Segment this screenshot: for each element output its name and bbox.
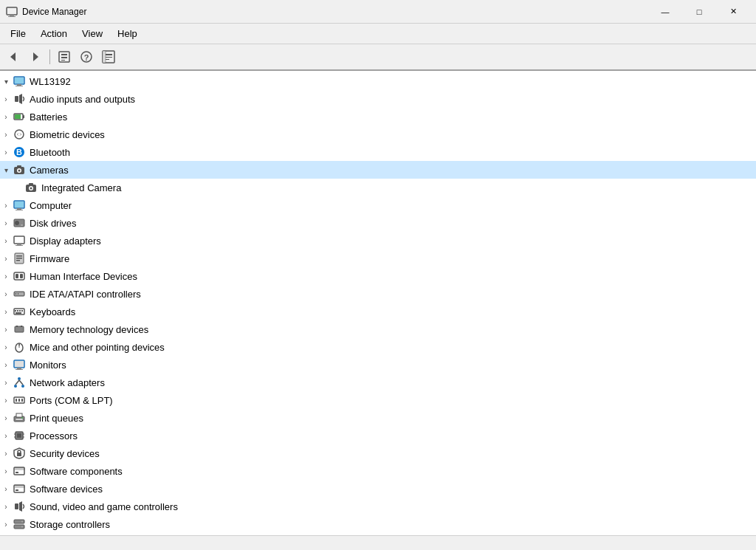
arrow-software-devices[interactable]: ›: [0, 480, 12, 498]
arrow-software-components[interactable]: ›: [0, 462, 12, 480]
item-wrapper-keyboards: › Keyboards: [0, 303, 756, 320]
svg-rect-23: [15, 114, 21, 119]
label-disk-drives: Disk drives: [30, 218, 77, 229]
root-expand-arrow[interactable]: ▾: [0, 72, 12, 90]
arrow-bluetooth[interactable]: ›: [0, 143, 12, 161]
tree-item-integrated-camera[interactable]: Integrated Camera: [0, 179, 756, 196]
tree-item-disk-drives[interactable]: › Disk drives: [0, 214, 756, 232]
svg-rect-39: [15, 202, 24, 207]
tree-item-memory-tech[interactable]: › Memory technology devices: [0, 320, 756, 338]
label-monitors: Monitors: [30, 360, 66, 371]
tree-item-display-adapters[interactable]: › Display adapters: [0, 232, 756, 250]
icon-software-devices: [12, 481, 27, 496]
svg-rect-87: [17, 433, 21, 438]
close-button[interactable]: ✕: [716, 0, 750, 24]
properties-button[interactable]: [54, 47, 75, 66]
root-label: WL13192: [30, 76, 71, 87]
label-bluetooth: Bluetooth: [30, 147, 70, 158]
tree-item-sound-video[interactable]: › Sound, video and game controllers: [0, 498, 756, 515]
label-sound-video: Sound, video and game controllers: [30, 501, 178, 512]
arrow-sound-video[interactable]: ›: [0, 498, 12, 515]
detail-button[interactable]: [98, 47, 119, 66]
arrow-monitors[interactable]: ›: [0, 356, 12, 374]
tree-item-bluetooth[interactable]: › B Bluetooth: [0, 143, 756, 161]
arrow-ide[interactable]: ›: [0, 285, 12, 303]
svg-point-34: [30, 188, 32, 190]
menu-help[interactable]: Help: [110, 25, 145, 42]
tree-item-software-devices[interactable]: › Software devices: [0, 480, 756, 498]
icon-network: [12, 375, 27, 390]
svg-point-68: [18, 344, 20, 346]
svg-rect-80: [18, 399, 20, 402]
icon-ports: [12, 393, 27, 408]
label-firmware: Firmware: [30, 253, 69, 264]
app-icon: [6, 6, 18, 18]
arrow-memory-tech[interactable]: ›: [0, 320, 12, 338]
arrow-print-queues[interactable]: ›: [0, 409, 12, 427]
svg-rect-95: [15, 467, 25, 470]
icon-ide: [12, 286, 27, 301]
back-button[interactable]: [3, 47, 24, 66]
tree-item-biometric[interactable]: › Biometric devices: [0, 126, 756, 143]
tree-item-audio[interactable]: › Audio inputs and outputs: [0, 90, 756, 108]
item-wrapper-mice: › Mice and other pointing devices: [0, 338, 756, 356]
tree-item-storage-controllers[interactable]: › Storage controllers: [0, 515, 756, 533]
tree-root[interactable]: ▾ WL13192: [0, 72, 756, 90]
label-integrated-camera: Integrated Camera: [41, 182, 121, 193]
tree-item-keyboards[interactable]: › Keyboards: [0, 303, 756, 320]
svg-rect-79: [16, 399, 17, 402]
arrow-network[interactable]: ›: [0, 374, 12, 391]
svg-point-93: [18, 450, 21, 453]
arrow-firmware[interactable]: ›: [0, 250, 12, 267]
arrow-batteries[interactable]: ›: [0, 108, 12, 126]
tree-item-software-components[interactable]: › Software components: [0, 462, 756, 480]
icon-mice: [12, 340, 27, 354]
tree-item-computer[interactable]: › Computer: [0, 196, 756, 214]
svg-rect-71: [16, 369, 23, 370]
icon-computer: [12, 198, 27, 213]
menu-file[interactable]: File: [3, 25, 33, 42]
tree-item-print-queues[interactable]: › Print queues: [0, 409, 756, 427]
arrow-ports[interactable]: ›: [0, 391, 12, 409]
arrow-hid[interactable]: ›: [0, 267, 12, 285]
help-button[interactable]: ?: [76, 47, 97, 66]
svg-rect-51: [16, 274, 18, 278]
svg-rect-42: [21, 224, 23, 226]
arrow-security[interactable]: ›: [0, 444, 12, 462]
menu-view[interactable]: View: [75, 25, 110, 42]
arrow-disk-drives[interactable]: ›: [0, 214, 12, 232]
svg-rect-8: [61, 60, 65, 61]
arrow-audio[interactable]: ›: [0, 90, 12, 108]
tree-item-firmware[interactable]: › Firmware: [0, 250, 756, 267]
device-tree[interactable]: ▾ WL13192 › Audio inputs and outputs › B…: [0, 71, 756, 535]
svg-rect-1: [10, 15, 14, 16]
item-wrapper-display-adapters: › Display adapters: [0, 232, 756, 250]
icon-display-adapters: [12, 233, 27, 248]
tree-item-processors[interactable]: › Processors: [0, 427, 756, 444]
svg-line-77: [19, 380, 23, 385]
maximize-button[interactable]: □: [682, 0, 716, 24]
arrow-processors[interactable]: ›: [0, 427, 12, 444]
toolbar-separator-1: [49, 49, 50, 64]
arrow-display-adapters[interactable]: ›: [0, 232, 12, 250]
arrow-computer[interactable]: ›: [0, 196, 12, 214]
arrow-keyboards[interactable]: ›: [0, 303, 12, 320]
tree-item-cameras[interactable]: ▾ Cameras: [0, 161, 756, 179]
tree-item-batteries[interactable]: › Batteries: [0, 108, 756, 126]
tree-item-hid[interactable]: › Human Interface Devices: [0, 267, 756, 285]
menu-action[interactable]: Action: [33, 25, 75, 42]
label-mice: Mice and other pointing devices: [30, 342, 165, 353]
minimize-button[interactable]: —: [648, 0, 682, 24]
forward-button[interactable]: [25, 47, 46, 66]
tree-item-network[interactable]: › Network adapters: [0, 374, 756, 391]
tree-item-mice[interactable]: › Mice and other pointing devices: [0, 338, 756, 356]
arrow-mice[interactable]: ›: [0, 338, 12, 356]
tree-item-security[interactable]: › Security devices: [0, 444, 756, 462]
tree-item-monitors[interactable]: › Monitors: [0, 356, 756, 374]
tree-item-ports[interactable]: › Ports (COM & LPT): [0, 391, 756, 409]
tree-item-ide[interactable]: › IDE ATA/ATAPI controllers: [0, 285, 756, 303]
icon-storage-controllers: [12, 517, 27, 532]
arrow-biometric[interactable]: ›: [0, 126, 12, 143]
arrow-storage-controllers[interactable]: ›: [0, 515, 12, 533]
arrow-cameras[interactable]: ▾: [0, 161, 12, 179]
